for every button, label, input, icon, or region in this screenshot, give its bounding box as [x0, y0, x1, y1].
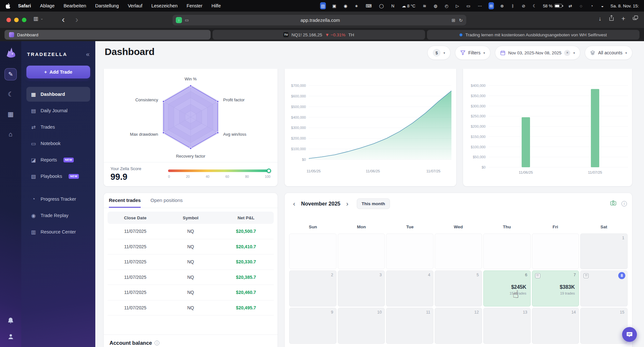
- calendar-day-cell-8[interactable]: 8: [580, 270, 628, 306]
- calendar-day-cell-5[interactable]: 5: [435, 270, 482, 306]
- menu-safari[interactable]: Safari: [18, 3, 31, 8]
- calendar-day-cell-13[interactable]: 13: [483, 308, 531, 344]
- calendar-day-cell[interactable]: [532, 233, 579, 269]
- calendar-day-cell-12[interactable]: 12: [435, 308, 482, 344]
- filters-button[interactable]: Filters ▾: [455, 46, 490, 60]
- menu-darstellung[interactable]: Darstellung: [95, 3, 119, 8]
- clock-app-icon[interactable]: ◴: [444, 2, 449, 9]
- spotlight-icon[interactable]: ◌: [579, 2, 584, 9]
- prev-month-button[interactable]: ‹: [291, 200, 297, 207]
- sidebar-toggle-button[interactable]: ▥ ⌄: [33, 15, 43, 22]
- sidebar-item-reports[interactable]: ◪ReportsNEW: [26, 152, 90, 167]
- mute-icon[interactable]: ⊘: [521, 2, 526, 9]
- calendar-day-cell-3[interactable]: 3: [338, 270, 385, 306]
- control-center-icon[interactable]: ◔: [589, 2, 594, 9]
- display-icon[interactable]: ▭: [465, 2, 471, 9]
- tab-promo[interactable]: Trading lernen mit kostenlosen Ausbildun…: [427, 30, 639, 40]
- asterisk-icon[interactable]: ∗: [354, 2, 359, 9]
- notion-icon[interactable]: N: [390, 2, 395, 9]
- battery-indicator[interactable]: 58 %: [543, 4, 562, 8]
- sidebar-item-notebook[interactable]: ▭Notebook: [26, 136, 90, 151]
- new-tab-button[interactable]: +: [621, 15, 625, 23]
- tab-open-positions[interactable]: Open positions: [150, 197, 183, 208]
- loom-icon[interactable]: ◍: [433, 2, 438, 9]
- sidebar-item-dashboard[interactable]: ▦Dashboard: [26, 87, 90, 102]
- calendar-day-cell-2[interactable]: 2: [289, 270, 336, 306]
- sidebar-item-daily-journal[interactable]: ▤Daily Journal: [26, 103, 90, 118]
- calendar-day-cell[interactable]: [435, 233, 482, 269]
- waves-icon[interactable]: ≋: [422, 2, 427, 9]
- screen-mirroring-icon[interactable]: ▤: [320, 2, 326, 9]
- calendar-day-cell-1[interactable]: 1: [580, 233, 628, 269]
- reload-icon[interactable]: ↻: [459, 18, 463, 23]
- sidebar-item-trade-replay[interactable]: ◉Trade Replay: [26, 208, 90, 223]
- downloads-icon[interactable]: ↓: [599, 15, 601, 22]
- apple-menu-icon[interactable]: [5, 3, 11, 9]
- pencil-icon[interactable]: ✎: [5, 68, 17, 80]
- focus-moon-icon[interactable]: ☾: [532, 2, 537, 9]
- minimize-window-button[interactable]: [14, 18, 19, 22]
- tab-dashboard[interactable]: Dashboard: [5, 30, 211, 40]
- trade-row[interactable]: 11/07/2025NQ$20,495.7: [108, 300, 274, 316]
- more-icon[interactable]: ⋯: [477, 2, 483, 9]
- calendar-day-cell[interactable]: [386, 233, 433, 269]
- calendar-day-cell-4[interactable]: 4: [386, 270, 433, 306]
- tab-tradingview[interactable]: TV NQ1! 25.166,25 ▼ −0.31% TH: [213, 30, 425, 40]
- note-icon[interactable]: [583, 273, 589, 278]
- calendar-day-cell[interactable]: [483, 233, 531, 269]
- weather-item[interactable]: ☁ 8 °C: [401, 2, 416, 9]
- tab-overview-icon[interactable]: [633, 15, 638, 22]
- currency-selector[interactable]: $ ▾: [427, 46, 450, 60]
- tradezella-logo[interactable]: [4, 46, 17, 60]
- menu-verlauf[interactable]: Verlauf: [128, 3, 142, 8]
- trade-row[interactable]: 11/07/2025NQ$20,460.7: [108, 285, 274, 300]
- menu-hilfe[interactable]: Hilfe: [212, 3, 221, 8]
- share-icon[interactable]: [609, 15, 614, 23]
- sidebar-item-progress-tracker[interactable]: ◔Progress Tracker: [26, 192, 90, 206]
- address-bar[interactable]: ↑ ▭ app.tradezella.com ⊞ ↻: [173, 15, 466, 25]
- collapse-sidebar-button[interactable]: «: [86, 51, 90, 57]
- this-month-button[interactable]: This month: [357, 198, 390, 209]
- close-window-button[interactable]: [6, 18, 11, 22]
- forward-button[interactable]: ›: [75, 14, 78, 25]
- trade-row[interactable]: 11/07/2025NQ$20,410.7: [108, 239, 274, 255]
- notifications-bell-icon[interactable]: [7, 317, 14, 325]
- building-icon[interactable]: ▦: [5, 108, 17, 120]
- camera-icon[interactable]: [610, 200, 616, 207]
- calendar-day-cell-11[interactable]: 11: [386, 308, 433, 344]
- url-text[interactable]: app.tradezella.com: [189, 18, 451, 23]
- calendar-day-cell-14[interactable]: 14: [532, 308, 579, 344]
- globe-icon[interactable]: ⊕: [499, 2, 505, 9]
- accounts-selector[interactable]: All accounts ▾: [585, 46, 632, 60]
- calendar-day-cell-10[interactable]: 10: [338, 308, 385, 344]
- menu-ablage[interactable]: Ablage: [40, 3, 54, 8]
- info-icon[interactable]: i: [155, 341, 159, 345]
- education-icon[interactable]: ⌂: [5, 128, 17, 140]
- calendar-day-cell-6[interactable]: 6$245K152 trades: [483, 270, 531, 306]
- siri-icon[interactable]: ◒: [600, 2, 605, 9]
- clear-date-button[interactable]: ×: [564, 50, 570, 56]
- keyboard-icon[interactable]: ⌨: [365, 2, 373, 9]
- sidebar-item-resource-center[interactable]: ▥Resource Center: [26, 224, 90, 239]
- back-button[interactable]: ‹: [62, 14, 65, 25]
- zoom-window-button[interactable]: [22, 18, 26, 22]
- record-icon[interactable]: ◉: [343, 2, 348, 9]
- chat-launcher-button[interactable]: [622, 327, 637, 342]
- tab-recent-trades[interactable]: Recent trades: [109, 197, 141, 208]
- user-avatar-icon[interactable]: [7, 333, 14, 341]
- camera-icon[interactable]: ▣: [331, 2, 337, 9]
- trade-row[interactable]: 11/07/2025NQ$20,500.7: [108, 224, 274, 239]
- info-icon[interactable]: i: [621, 201, 627, 206]
- menu-fenster[interactable]: Fenster: [187, 3, 203, 8]
- circle-app-icon[interactable]: ◯: [378, 2, 385, 9]
- menubar-clock[interactable]: Sa. 8. Nov. 15:: [611, 4, 639, 8]
- displays-switch-icon[interactable]: ⇄: [568, 2, 573, 9]
- bluetooth-icon[interactable]: ᛒ: [510, 2, 516, 9]
- menu-lesezeichen[interactable]: Lesezeichen: [151, 3, 177, 8]
- calendar-day-cell[interactable]: [289, 233, 336, 269]
- trade-row[interactable]: 11/07/2025NQ$20,385.7: [108, 270, 274, 285]
- calendar-day-cell-7[interactable]: 7$383K19 trades: [532, 270, 579, 306]
- calendar-day-cell-15[interactable]: 15: [580, 308, 628, 344]
- next-month-button[interactable]: ›: [344, 200, 350, 207]
- sidebar-item-playbooks[interactable]: ▧PlaybooksNEW: [26, 169, 90, 184]
